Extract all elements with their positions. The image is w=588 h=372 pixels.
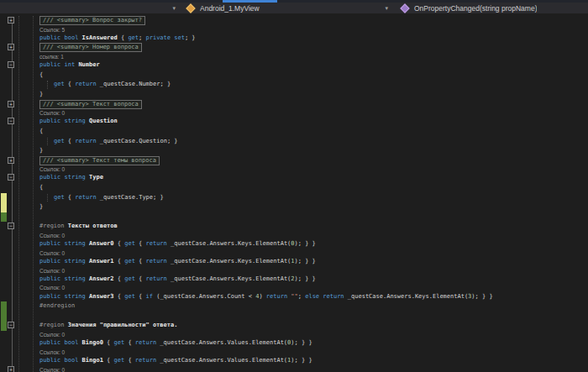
project-dropdown[interactable]: ▾ (0, 3, 181, 13)
type-dropdown-label: Android_1.MyView (200, 4, 260, 13)
codelens-link[interactable]: Ссылок: 0 (39, 250, 65, 256)
outline-expand-icon[interactable]: + (8, 44, 14, 50)
collapsed-summary[interactable]: /// <summary> Текст темы вопроса (39, 156, 160, 165)
outlining-margin (7, 232, 18, 239)
code-line[interactable]: public bool Bingo1 { get { return _quest… (0, 356, 588, 366)
code-line[interactable]: public bool Bingo0 { get { return _quest… (0, 338, 588, 348)
code-line[interactable]: } (0, 202, 588, 212)
codelens-line[interactable]: Ссылок: 0 (0, 348, 588, 356)
code-line[interactable]: public string Answer0 { get { return _qu… (0, 239, 588, 249)
summary-line[interactable]: +/// <summary> Текст темы вопроса (0, 156, 588, 166)
outline-expand-icon[interactable]: + (8, 17, 14, 24)
codelens-line[interactable]: Ссылок: 5 (0, 26, 588, 34)
change-margin (0, 366, 7, 372)
blank-line[interactable] (0, 312, 588, 322)
code-line[interactable]: public string Answer2 { get { return _qu… (0, 275, 588, 285)
code-line[interactable]: public string Answer3 { get { if (_quest… (0, 292, 588, 302)
blank-line[interactable] (0, 212, 588, 223)
outlining-margin: − (7, 117, 18, 127)
outline-collapse-icon[interactable]: − (8, 322, 14, 328)
outline-expand-icon[interactable]: + (8, 366, 14, 372)
outlining-margin: + (7, 156, 18, 166)
code-token: ); } } (291, 339, 312, 346)
code-token: bool (65, 357, 79, 364)
codelens-link[interactable]: Ссылок: 0 (39, 367, 65, 372)
codelens-link[interactable]: Ссылок: 0 (39, 166, 65, 172)
collapsed-summary[interactable]: /// <summary> Вопрос закрыт? (39, 16, 145, 25)
codelens-link[interactable]: Ссылок: 0 (39, 233, 65, 238)
outline-collapse-icon[interactable]: − (8, 223, 14, 229)
code-editor[interactable]: +/// <summary> Вопрос закрыт?Ссылок: 5pu… (0, 13, 588, 372)
codelens-link[interactable]: Ссылок: 0 (39, 349, 65, 355)
code-line[interactable]: { (0, 183, 588, 193)
line-content (18, 212, 588, 223)
summary-line[interactable]: +/// <summary> Вопрос закрыт? (0, 16, 588, 26)
codelens-line[interactable]: Ссылок: 0 (0, 165, 588, 173)
code-token: #region (39, 322, 65, 328)
type-dropdown[interactable]: Android_1.MyView ▾ (181, 3, 395, 13)
outline-collapse-icon[interactable]: − (8, 174, 14, 181)
code-line[interactable]: −#region Значения "правильности" ответа. (0, 321, 588, 331)
code-line[interactable]: } (0, 146, 588, 156)
code-token: else (305, 293, 319, 300)
code-token: Тексты ответов (68, 223, 118, 229)
codelens-link[interactable]: Ссылок: 0 (39, 110, 65, 116)
codelens-line[interactable]: Ссылок: 0 (0, 109, 588, 117)
codelens-link[interactable]: Ссылок: 5 (39, 27, 65, 33)
code-token: { (39, 128, 43, 134)
line-content: public string Answer0 { get { return _qu… (18, 239, 588, 249)
code-line[interactable]: } (0, 90, 588, 100)
codelens-link[interactable]: ссылка: 1 (39, 54, 64, 60)
code-token: public (39, 240, 60, 247)
code-line[interactable]: −public int Number (0, 60, 588, 71)
outlining-margin (7, 137, 18, 147)
code-line[interactable]: #endregion (0, 301, 588, 312)
codelens-line[interactable]: Ссылок: 0 (0, 232, 588, 239)
outlining-margin (7, 80, 18, 90)
code-token: Answer3 (89, 293, 114, 300)
code-token: { (114, 240, 125, 247)
chevron-down-icon[interactable]: ▾ (385, 3, 388, 13)
code-line[interactable]: −public string Type (0, 173, 588, 183)
code-line[interactable]: { (0, 71, 588, 81)
summary-line[interactable]: +/// <summary> Текст вопроса (0, 100, 588, 110)
code-token: get (124, 293, 135, 300)
chevron-down-icon[interactable]: ▾ (172, 3, 176, 13)
outline-collapse-icon[interactable]: − (8, 61, 14, 68)
code-token: return (323, 293, 344, 300)
outlining-margin (7, 331, 18, 338)
codelens-line[interactable]: Ссылок: 0 (0, 267, 588, 275)
codelens-line[interactable]: Ссылок: 0 (0, 331, 588, 338)
summary-line[interactable]: +/// <summary> Номер вопроса (0, 43, 588, 53)
code-line[interactable]: public string Answer1 { get { return _qu… (0, 257, 588, 267)
codelens-line[interactable]: +Ссылок: 0 (0, 366, 588, 372)
code-line[interactable]: −public string Question (0, 117, 588, 127)
codelens-link[interactable]: Ссылок: 0 (39, 268, 65, 274)
outlining-margin: − (7, 321, 18, 331)
outline-expand-icon[interactable]: + (8, 101, 14, 107)
outlining-margin (7, 267, 18, 275)
code-line[interactable]: { (0, 127, 588, 137)
collapsed-summary[interactable]: /// <summary> Номер вопроса (39, 43, 142, 52)
line-content: public int Number (18, 60, 588, 71)
collapsed-summary[interactable]: /// <summary> Текст вопроса (39, 100, 142, 109)
code-line[interactable]: −#region Тексты ответов (0, 222, 588, 232)
code-line[interactable]: get { return _questCase.Type; } (0, 193, 588, 203)
codelens-link[interactable]: Ссылок: 0 (39, 285, 65, 291)
member-dropdown[interactable]: OnPropertyChanged(string propName) (395, 3, 588, 13)
code-token: _questCase.Type; } (97, 194, 164, 201)
outline-expand-icon[interactable]: + (8, 157, 14, 164)
code-token: _questCase.Number; } (97, 81, 171, 87)
line-content: Ссылок: 0 (18, 109, 588, 117)
codelens-link[interactable]: Ссылок: 0 (39, 332, 65, 338)
line-content: public string Answer1 { get { return _qu… (18, 257, 588, 267)
code-line[interactable]: get { return _questCase.Question; } (0, 137, 588, 147)
code-token: return (146, 240, 167, 247)
code-line[interactable]: public bool IsAnswered { get; private se… (0, 34, 588, 44)
codelens-line[interactable]: Ссылок: 0 (0, 284, 588, 291)
code-line[interactable]: get { return _questCase.Number; } (0, 80, 588, 90)
outline-collapse-icon[interactable]: − (8, 118, 14, 124)
line-content: ссылка: 1 (18, 53, 588, 60)
codelens-line[interactable]: ссылка: 1 (0, 53, 588, 60)
codelens-line[interactable]: Ссылок: 0 (0, 249, 588, 257)
